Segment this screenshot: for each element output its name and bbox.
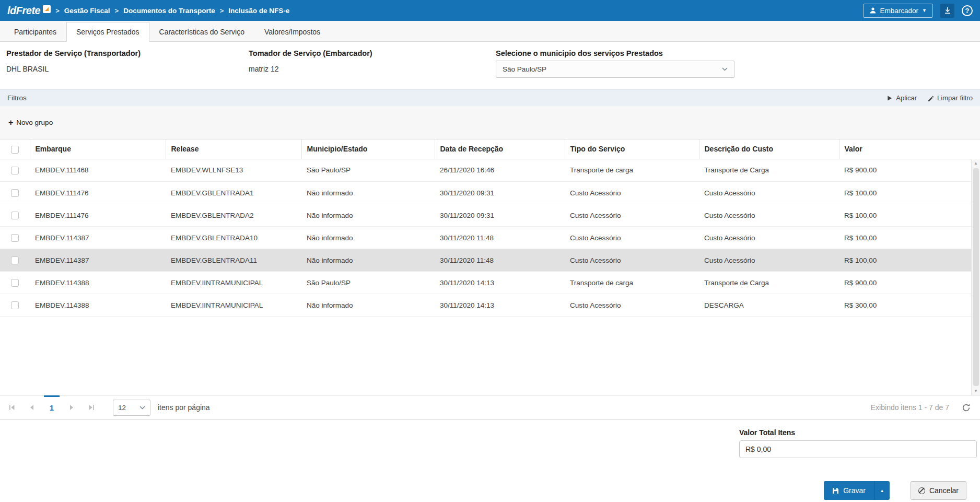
- table-row[interactable]: EMBDEV.111476EMBDEV.GBLENTRADA1Não infor…: [0, 182, 971, 204]
- user-icon: [869, 7, 877, 14]
- tab-valores-impostos[interactable]: Valores/Impostos: [254, 22, 330, 42]
- cell-embarque: EMBDEV.114388: [30, 272, 166, 294]
- row-checkbox-cell: [0, 159, 30, 182]
- clear-filter-label: Limpar filtro: [937, 94, 973, 102]
- cell-tipo_servico: Custo Acessório: [565, 249, 699, 272]
- header-release[interactable]: Release: [166, 139, 301, 159]
- row-checkbox[interactable]: [11, 189, 19, 197]
- user-menu-button[interactable]: Embarcador ▼: [863, 4, 933, 18]
- header-embarque[interactable]: Embarque: [30, 139, 166, 159]
- chevron-right-icon: >: [115, 7, 119, 15]
- row-checkbox[interactable]: [11, 234, 19, 242]
- header-data-recepcao[interactable]: Data de Recepção: [435, 139, 565, 159]
- header-tipo-servico[interactable]: Tipo do Serviço: [565, 139, 699, 159]
- breadcrumb: > Gestão Fiscal > Documentos do Transpor…: [51, 7, 289, 15]
- prestador-value: DHL BRASIL: [6, 65, 249, 73]
- vertical-scrollbar[interactable]: ▲ ▼: [971, 159, 980, 395]
- save-button-label: Gravar: [843, 486, 866, 495]
- table-row[interactable]: EMBDEV.111476EMBDEV.GBLENTRADA2Não infor…: [0, 204, 971, 227]
- cell-tipo_servico: Transporte de carga: [565, 159, 699, 182]
- scrollbar-thumb[interactable]: [973, 168, 979, 387]
- plus-icon: +: [8, 119, 13, 127]
- breadcrumb-item-inclusao-nfse[interactable]: Inclusão de NFS-e: [228, 7, 289, 15]
- cell-tipo_servico: Transporte de carga: [565, 272, 699, 294]
- scroll-down-icon[interactable]: ▼: [972, 387, 980, 395]
- apply-filter-button[interactable]: Aplicar: [886, 94, 917, 102]
- new-group-button[interactable]: + Novo grupo: [8, 119, 53, 127]
- header-valor[interactable]: Valor: [839, 139, 971, 159]
- cell-municipio_estado: Não informado: [301, 182, 435, 204]
- last-page-button[interactable]: [81, 395, 101, 419]
- grid-body: EMBDEV.111468EMBDEV.WLLNFSE13São Paulo/S…: [0, 159, 980, 395]
- app-logo[interactable]: ldFrete: [7, 5, 51, 17]
- breadcrumb-item-documentos-transporte[interactable]: Documentos do Transporte: [123, 7, 215, 15]
- cell-valor: R$ 100,00: [839, 204, 971, 227]
- municipio-select[interactable]: São Paulo/SP: [496, 61, 734, 78]
- row-checkbox-cell: [0, 204, 30, 227]
- total-items-label: Valor Total Itens: [739, 428, 977, 437]
- page-size-value: 12: [118, 404, 139, 412]
- breadcrumb-item-gestao-fiscal[interactable]: Gestão Fiscal: [64, 7, 110, 15]
- clear-filter-button[interactable]: Limpar filtro: [927, 94, 973, 102]
- items-per-page-label: itens por página: [158, 403, 210, 412]
- tab-participantes[interactable]: Participantes: [4, 22, 66, 42]
- table-row[interactable]: EMBDEV.114388EMBDEV.IINTRAMUNICIPALSão P…: [0, 272, 971, 294]
- eraser-icon: [927, 95, 934, 101]
- cancel-button-label: Cancelar: [929, 486, 959, 495]
- current-page-button[interactable]: 1: [42, 395, 62, 419]
- total-items-input[interactable]: [739, 440, 977, 458]
- save-options-button[interactable]: ▲: [874, 481, 890, 500]
- cell-valor: R$ 900,00: [839, 272, 971, 294]
- header-descricao-custo[interactable]: Descrição do Custo: [699, 139, 839, 159]
- save-button[interactable]: Gravar: [824, 481, 874, 500]
- services-grid: Embarque Release Municipio/Estado Data d…: [0, 139, 980, 395]
- last-page-icon: [88, 404, 95, 411]
- download-button[interactable]: [940, 4, 954, 18]
- cell-valor: R$ 100,00: [839, 227, 971, 249]
- refresh-button[interactable]: [962, 403, 971, 412]
- prestador-label: Prestador de Serviço (Transportador): [6, 49, 249, 57]
- cell-municipio_estado: Não informado: [301, 249, 435, 272]
- row-checkbox[interactable]: [11, 256, 19, 264]
- row-checkbox-cell: [0, 182, 30, 204]
- cell-embarque: EMBDEV.114388: [30, 294, 166, 317]
- row-checkbox[interactable]: [11, 167, 19, 174]
- first-page-button[interactable]: [2, 395, 22, 419]
- cancel-button[interactable]: Cancelar: [911, 481, 966, 500]
- page-size-select[interactable]: 12: [113, 400, 150, 416]
- cell-embarque: EMBDEV.111476: [30, 204, 166, 227]
- tab-strip: Participantes Serviços Prestados Caracte…: [0, 21, 980, 42]
- previous-page-button[interactable]: [22, 395, 42, 419]
- help-button[interactable]: ?: [962, 5, 973, 16]
- row-checkbox[interactable]: [11, 279, 19, 287]
- pager: 1 12 itens por página Exibindo itens 1 -…: [0, 395, 980, 420]
- cell-descricao_custo: Custo Acessório: [699, 249, 839, 272]
- scroll-up-icon[interactable]: ▲: [972, 159, 980, 168]
- refresh-icon: [962, 403, 971, 412]
- table-row[interactable]: EMBDEV.114387EMBDEV.GBLENTRADA11Não info…: [0, 249, 971, 272]
- table-row[interactable]: EMBDEV.114388EMBDEV.IINTRAMUNICIPALNão i…: [0, 294, 971, 317]
- tab-caracteristicas-servico[interactable]: Características do Serviço: [149, 22, 254, 42]
- logo-text: ldFrete: [7, 5, 40, 17]
- cell-data_recepcao: 30/11/2020 11:48: [435, 249, 565, 272]
- new-group-label: Novo grupo: [16, 119, 53, 126]
- cell-descricao_custo: Custo Acessório: [699, 227, 839, 249]
- cell-descricao_custo: Custo Acessório: [699, 182, 839, 204]
- select-all-checkbox[interactable]: [11, 146, 19, 154]
- cell-tipo_servico: Custo Acessório: [565, 204, 699, 227]
- tab-servicos-prestados[interactable]: Serviços Prestados: [66, 22, 149, 42]
- table-row[interactable]: EMBDEV.111468EMBDEV.WLLNFSE13São Paulo/S…: [0, 159, 971, 182]
- footer: Valor Total Itens Gravar ▲ C: [0, 420, 980, 502]
- cell-municipio_estado: Não informado: [301, 294, 435, 317]
- chevron-right-icon: >: [55, 7, 60, 15]
- header-municipio-estado[interactable]: Municipio/Estado: [301, 139, 435, 159]
- triangle-up-icon: ▲: [880, 488, 884, 493]
- cell-descricao_custo: Transporte de Carga: [699, 272, 839, 294]
- row-checkbox[interactable]: [11, 301, 19, 309]
- cell-municipio_estado: Não informado: [301, 204, 435, 227]
- table-row[interactable]: EMBDEV.114387EMBDEV.GBLENTRADA10Não info…: [0, 227, 971, 249]
- row-checkbox[interactable]: [11, 212, 19, 219]
- cell-data_recepcao: 30/11/2020 14:13: [435, 294, 565, 317]
- next-page-button[interactable]: [62, 395, 81, 419]
- chevron-down-icon: [722, 67, 728, 71]
